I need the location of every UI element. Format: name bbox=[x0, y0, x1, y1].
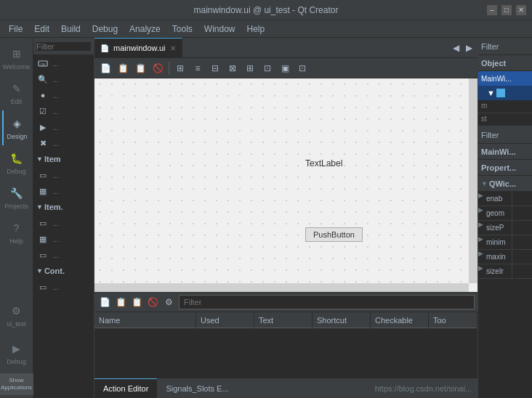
activity-help[interactable]: ? Help bbox=[2, 215, 31, 250]
toolbar-btn-2[interactable]: 📋 bbox=[115, 60, 131, 76]
activity-run[interactable]: ▶ Debug bbox=[2, 336, 31, 370]
design-canvas[interactable]: TextLabel PushButton bbox=[94, 78, 477, 292]
toolbar-btn-align6[interactable]: ⊡ bbox=[259, 60, 275, 76]
right-object-main[interactable]: MainWi... bbox=[478, 71, 532, 86]
group-arrow-icon-3: ▼ bbox=[36, 267, 43, 275]
widget-item-combo[interactable]: ▶ ... bbox=[33, 119, 94, 135]
toolbar-sep bbox=[169, 62, 169, 75]
toolbar-btn-align1[interactable]: ⊞ bbox=[172, 60, 188, 76]
help-icon: ? bbox=[9, 220, 25, 236]
toolbar-btn-4[interactable]: 🚫 bbox=[150, 60, 166, 76]
action-filter-input[interactable] bbox=[179, 295, 475, 309]
right-qwidget-header[interactable]: ▼ QWic... bbox=[478, 176, 532, 192]
activity-welcome[interactable]: ⊞ Welcome bbox=[2, 41, 31, 76]
widget-item-radio[interactable]: ● ... bbox=[33, 87, 94, 103]
prop-label-sizep: sizeP bbox=[485, 221, 512, 235]
right-object-child[interactable]: ▼ bbox=[478, 86, 532, 100]
widget-item-dots-4: ... bbox=[52, 107, 59, 115]
close-button[interactable]: ✕ bbox=[516, 5, 526, 15]
menu-tools[interactable]: Tools bbox=[166, 23, 198, 36]
toolbar-btn-align7[interactable]: ▣ bbox=[277, 60, 293, 76]
widget-item-g1-1[interactable]: ▭ ... bbox=[33, 167, 94, 183]
toolbar-btn-align8[interactable]: ⊡ bbox=[294, 60, 310, 76]
widget-item-g2-1[interactable]: ▭ ... bbox=[33, 215, 94, 231]
widget-group-cont-label: Cont. bbox=[44, 267, 65, 275]
action-toolbar-copy[interactable]: 📋 bbox=[113, 295, 128, 309]
tab-bar: 📄 mainwindow.ui ✕ ◀ ▶ bbox=[94, 38, 477, 58]
col-tooltip: Too bbox=[429, 312, 477, 328]
menu-build[interactable]: Build bbox=[55, 23, 86, 36]
maximize-button[interactable]: □ bbox=[501, 5, 512, 15]
widget-item-dots: ... bbox=[52, 59, 59, 68]
right-propert-header[interactable]: Propert... bbox=[478, 160, 532, 176]
menu-analyze[interactable]: Analyze bbox=[124, 23, 166, 36]
tab-close-button[interactable]: ✕ bbox=[170, 44, 176, 52]
activity-design[interactable]: ◈ Design bbox=[2, 110, 31, 145]
widget-panel: OK ... 🔍 ... ● ... ☑ ... ▶ ... ✖ ... bbox=[33, 38, 94, 398]
activity-edit[interactable]: ✎ Edit bbox=[2, 76, 31, 110]
widget-item-cont-1[interactable]: ▭ ... bbox=[33, 279, 94, 295]
right-mainwi-header[interactable]: MainWi... bbox=[478, 144, 532, 160]
activity-debug-top[interactable]: 🐛 Debug bbox=[2, 145, 31, 180]
action-toolbar-delete[interactable]: 🚫 bbox=[145, 295, 160, 309]
prop-val-maxin bbox=[512, 250, 532, 264]
widget-item-g1-2[interactable]: ▦ ... bbox=[33, 183, 94, 199]
menu-debug[interactable]: Debug bbox=[86, 23, 124, 36]
radio-widget-icon: ● bbox=[36, 89, 49, 102]
prop-label-geom: geom bbox=[485, 206, 512, 220]
prop-row-sizeir: ▶ sizeIr bbox=[478, 264, 532, 279]
menu-edit[interactable]: Edit bbox=[28, 23, 55, 36]
toolbar-btn-align5[interactable]: ⊞ bbox=[242, 60, 258, 76]
widget-group-item-label: Item bbox=[44, 155, 61, 163]
action-filter-bar: 📄 📋 📋 🚫 ⚙ bbox=[94, 292, 477, 312]
cont-widget-icon-1: ▭ bbox=[36, 280, 49, 293]
tab-right-arrow[interactable]: ▶ bbox=[463, 42, 475, 54]
toolbar-btn-1[interactable]: 📄 bbox=[97, 60, 113, 76]
right-prop-m: m bbox=[478, 100, 532, 113]
canvas-scrollbar-horizontal[interactable] bbox=[94, 283, 469, 292]
expand-icon-minim: ▶ bbox=[478, 235, 483, 249]
widget-filter-input[interactable] bbox=[36, 42, 91, 51]
canvas-push-button[interactable]: PushButton bbox=[305, 227, 363, 242]
canvas-text-label[interactable]: TextLabel bbox=[305, 158, 342, 168]
x-widget-icon: ✖ bbox=[36, 137, 49, 150]
design-toolbar: 📄 📋 📋 🚫 ⊞ ≡ ⊟ ⊠ ⊞ ⊡ ▣ ⊡ bbox=[94, 58, 477, 78]
debug-icon: 🐛 bbox=[9, 150, 25, 166]
menu-help[interactable]: Help bbox=[241, 23, 271, 36]
widget-item-check[interactable]: ☑ ... bbox=[33, 103, 94, 119]
action-toolbar-new[interactable]: 📄 bbox=[97, 295, 112, 309]
toolbar-btn-align3[interactable]: ⊟ bbox=[207, 60, 223, 76]
menu-window[interactable]: Window bbox=[198, 23, 241, 36]
minimize-button[interactable]: – bbox=[487, 5, 497, 15]
show-applications-button[interactable]: Show Applications bbox=[0, 373, 33, 395]
g2-widget-icon-3: ▭ bbox=[36, 248, 49, 261]
right-prop-s: st bbox=[478, 113, 532, 126]
widget-item-btn[interactable]: OK ... bbox=[33, 55, 94, 71]
action-editor-tab[interactable]: Action Editor bbox=[94, 378, 157, 399]
canvas-scrollbar-vertical[interactable] bbox=[469, 78, 477, 283]
toolbar-btn-3[interactable]: 📋 bbox=[132, 60, 148, 76]
widget-item-g2-2[interactable]: ▦ ... bbox=[33, 231, 94, 247]
widget-group-item[interactable]: ▼ Item bbox=[33, 151, 94, 167]
col-checkable: Checkable bbox=[371, 312, 429, 328]
tab-left-arrow[interactable]: ◀ bbox=[450, 42, 462, 54]
action-toolbar-settings[interactable]: ⚙ bbox=[161, 295, 176, 309]
activity-uitest[interactable]: ⚙ ui_test bbox=[2, 298, 31, 333]
widget-item-search[interactable]: 🔍 ... bbox=[33, 71, 94, 87]
design-icon: ◈ bbox=[9, 115, 25, 131]
signals-slots-tab[interactable]: Signals_Slots E... bbox=[157, 378, 237, 399]
prop-label-enab: enab bbox=[485, 192, 512, 206]
action-toolbar-paste[interactable]: 📋 bbox=[129, 295, 144, 309]
toolbar-btn-align4[interactable]: ⊠ bbox=[225, 60, 241, 76]
widget-item-x[interactable]: ✖ ... bbox=[33, 135, 94, 151]
widget-group-item2[interactable]: ▼ Item. bbox=[33, 199, 94, 215]
activity-projects[interactable]: 🔧 Projects bbox=[2, 180, 31, 215]
active-tab[interactable]: 📄 mainwindow.ui ✕ bbox=[94, 38, 182, 58]
widget-group-cont[interactable]: ▼ Cont. bbox=[33, 263, 94, 279]
menu-file[interactable]: File bbox=[3, 23, 28, 36]
prop-label-minim: minim bbox=[485, 235, 512, 249]
widget-item-g2-3[interactable]: ▭ ... bbox=[33, 247, 94, 263]
col-text: Text bbox=[254, 312, 313, 328]
welcome-icon: ⊞ bbox=[9, 46, 25, 62]
toolbar-btn-align2[interactable]: ≡ bbox=[190, 60, 206, 76]
